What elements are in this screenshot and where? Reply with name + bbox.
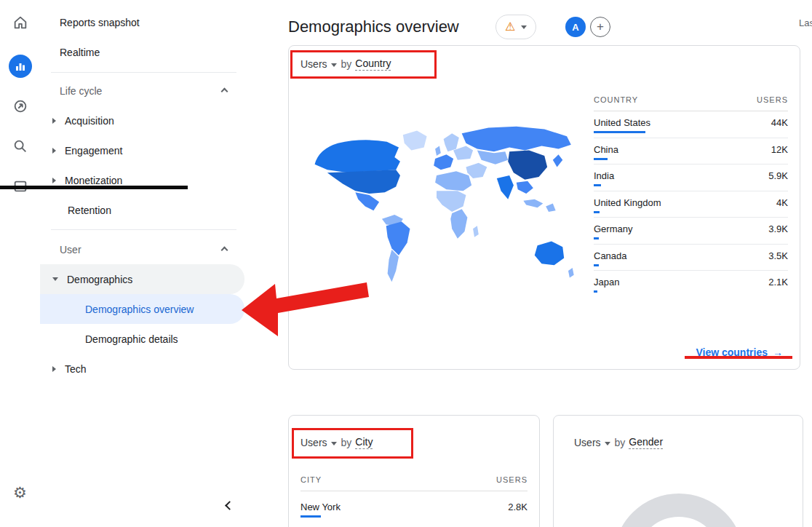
city-name: New York <box>300 502 341 512</box>
reports-sidebar: Reports snapshot Realtime Life cycle Acq… <box>40 0 244 527</box>
sidebar-item-retention[interactable]: Retention <box>40 195 244 225</box>
users-by-country-card: Users by Country <box>288 45 800 370</box>
country-bar <box>594 264 599 266</box>
section-header-label: Life cycle <box>60 85 102 97</box>
view-countries-link[interactable]: View countries → <box>696 346 783 358</box>
warning-triangle-icon: ⚠ <box>505 21 515 33</box>
country-users: 5.9K <box>768 170 788 181</box>
country-name: United Kingdom <box>594 197 661 208</box>
dimension-dropdown[interactable]: City <box>355 436 373 449</box>
expand-down-icon <box>52 277 58 281</box>
sidebar-section-user[interactable]: User <box>40 234 244 264</box>
sidebar-item-label: Demographics <box>67 274 132 285</box>
date-range-label[interactable]: Las <box>799 17 812 28</box>
by-label: by <box>341 437 352 448</box>
country-name: United States <box>594 117 650 128</box>
city-users: 2.8K <box>508 502 528 512</box>
sidebar-item-label: Demographic details <box>85 333 178 345</box>
table-row: United Kingdom 4K <box>594 191 788 218</box>
sidebar-item-label: Tech <box>65 363 87 375</box>
country-bar <box>594 211 600 213</box>
country-users: 44K <box>771 117 788 128</box>
expand-right-icon <box>52 366 56 372</box>
country-name: Japan <box>594 277 619 288</box>
sidebar-item-monetization[interactable]: Monetization <box>40 165 244 195</box>
sidebar-item-realtime[interactable]: Realtime <box>40 37 244 67</box>
country-name: Germany <box>594 223 632 234</box>
users-by-city-control: Users by City <box>300 436 373 449</box>
country-bar <box>594 290 597 293</box>
column-header-country: COUNTRY <box>594 95 638 104</box>
table-row: New York 2.8K <box>300 491 528 526</box>
dimension-dropdown[interactable]: Gender <box>629 436 663 449</box>
table-row: China 12K <box>594 138 788 165</box>
country-users: 2.1K <box>768 277 788 288</box>
admin-gear-icon[interactable]: ⚙ <box>13 485 27 500</box>
country-users: 4K <box>776 197 788 208</box>
add-comparison-button[interactable]: + <box>590 17 610 37</box>
by-label: by <box>615 437 626 448</box>
users-by-gender-card: Users by Gender <box>553 415 803 527</box>
gender-donut-chart <box>613 494 744 527</box>
sidebar-item-label: Reports snapshot <box>60 17 140 28</box>
expand-right-icon <box>52 178 56 183</box>
city-table: CITY USERS New York 2.8K <box>300 475 528 526</box>
caret-down-icon <box>605 442 610 445</box>
caret-down-icon <box>331 442 337 445</box>
table-row: Germany 3.9K <box>594 218 788 245</box>
sidebar-item-acquisition[interactable]: Acquisition <box>40 106 244 135</box>
city-bar <box>300 515 321 518</box>
reports-icon[interactable] <box>9 55 32 78</box>
users-by-gender-control: Users by Gender <box>574 436 663 449</box>
chevron-left-icon <box>225 501 234 510</box>
sidebar-item-engagement[interactable]: Engagement <box>40 135 244 165</box>
metric-dropdown[interactable]: Users <box>574 437 601 448</box>
ga4-demographics-page: ⚙ Reports snapshot Realtime Life cycle A… <box>0 0 812 527</box>
sidebar-item-demographics[interactable]: Demographics <box>40 264 244 294</box>
data-quality-warning-dropdown[interactable]: ⚠ <box>495 15 536 39</box>
sidebar-item-label: Acquisition <box>65 115 114 127</box>
country-bar <box>594 158 608 160</box>
advertising-icon[interactable] <box>12 98 28 114</box>
caret-down-icon <box>331 63 337 67</box>
sidebar-item-label: Monetization <box>65 175 122 186</box>
library-icon[interactable] <box>12 178 28 194</box>
table-row: Japan 2.1K <box>594 271 788 298</box>
column-header-city: CITY <box>300 475 322 484</box>
avatar[interactable]: A <box>565 17 586 37</box>
dimension-dropdown[interactable]: Country <box>355 58 391 71</box>
table-header: CITY USERS <box>300 475 528 491</box>
sidebar-section-life-cycle[interactable]: Life cycle <box>40 76 244 106</box>
view-countries-label: View countries <box>696 346 768 358</box>
sidebar-item-label: Demographics overview <box>85 304 194 315</box>
page-title: Demographics overview <box>288 17 459 36</box>
sidebar-item-demographic-details[interactable]: Demographic details <box>40 324 244 354</box>
sidebar-item-reports-snapshot[interactable]: Reports snapshot <box>40 7 244 37</box>
arrow-right-icon: → <box>773 346 783 358</box>
column-header-users: USERS <box>757 95 788 104</box>
chevron-up-icon <box>221 88 228 95</box>
table-row: India 5.9K <box>594 165 788 191</box>
home-icon[interactable] <box>12 15 28 31</box>
country-users: 3.5K <box>768 250 788 261</box>
table-row: Canada 3.5K <box>594 245 788 272</box>
world-choropleth-map[interactable] <box>306 108 586 319</box>
table-header: COUNTRY USERS <box>594 95 788 111</box>
sidebar-item-demographics-overview[interactable]: Demographics overview <box>40 294 244 324</box>
explore-icon[interactable] <box>12 138 28 154</box>
by-label: by <box>341 58 352 70</box>
expand-right-icon <box>52 148 56 154</box>
sidebar-item-tech[interactable]: Tech <box>40 354 244 384</box>
country-bar <box>594 237 599 239</box>
sidebar-collapse-button[interactable] <box>220 496 238 514</box>
sidebar-item-label: Realtime <box>60 47 100 58</box>
country-name: Canada <box>594 250 627 261</box>
chevron-down-icon <box>521 25 527 29</box>
metric-dropdown[interactable]: Users <box>300 437 327 448</box>
country-users: 12K <box>771 144 788 155</box>
country-bar <box>594 184 601 186</box>
users-by-country-control: Users by Country <box>300 58 391 71</box>
nav-icon-rail: ⚙ <box>0 0 40 527</box>
table-row: United States 44K <box>594 111 788 138</box>
metric-dropdown[interactable]: Users <box>300 58 327 70</box>
